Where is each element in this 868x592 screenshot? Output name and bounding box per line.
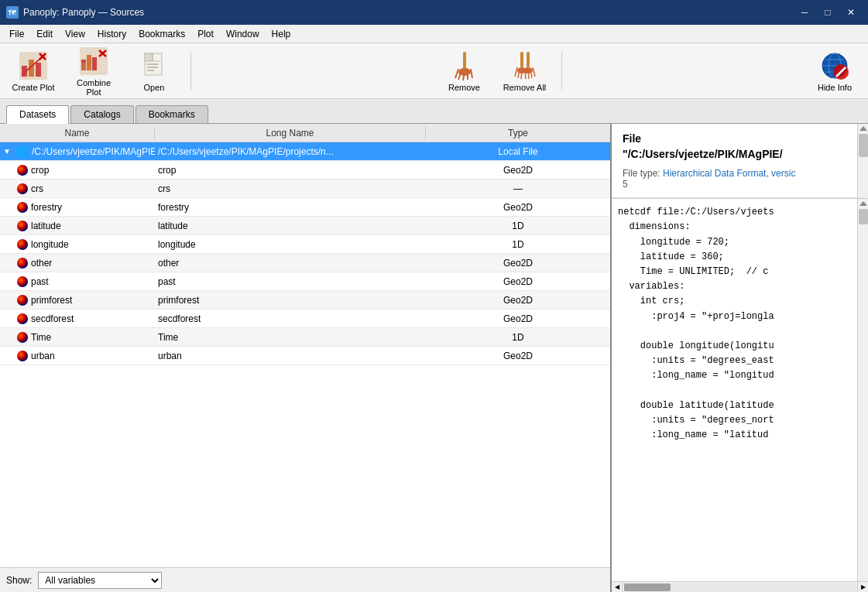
create-plot-icon: [18, 50, 49, 81]
tab-catalogs[interactable]: Catalogs: [70, 105, 133, 123]
row-longname: crs: [155, 183, 426, 194]
bottom-bar: Show: All variables Geo2D 1D Time: [0, 567, 610, 592]
col-header-name: Name: [0, 126, 155, 140]
remove-button[interactable]: Remove: [437, 46, 492, 96]
menu-edit[interactable]: Edit: [30, 27, 59, 41]
right-panel: File "/C:/Users/vjeetze/PIK/MAgPIE/ File…: [612, 124, 868, 592]
expand-icon: ▼: [3, 147, 11, 156]
hscroll-right-arrow[interactable]: ▶: [857, 582, 868, 593]
toolbar-separator-2: [561, 52, 562, 91]
table-row[interactable]: urban urban Geo2D: [0, 347, 610, 365]
create-plot-button[interactable]: Create Plot: [6, 46, 60, 96]
row-type: Geo2D: [426, 202, 610, 213]
svg-line-21: [455, 69, 458, 78]
toolbar: Create Plot Combine Plot: [0, 43, 868, 99]
scroll-thumb[interactable]: [859, 134, 868, 157]
hscroll-thumb[interactable]: [624, 583, 671, 591]
menu-history[interactable]: History: [91, 27, 132, 41]
code-scrollbar[interactable]: [857, 199, 868, 581]
scroll-up-icon[interactable]: [859, 201, 867, 206]
svg-line-33: [525, 70, 526, 79]
table-row[interactable]: past past Geo2D: [0, 272, 610, 291]
row-name: forestry: [0, 202, 155, 213]
svg-rect-3: [36, 63, 41, 77]
table-row[interactable]: primforest primforest Geo2D: [0, 291, 610, 310]
remove-all-button[interactable]: Remove All: [498, 46, 552, 96]
row-longname: past: [155, 276, 426, 287]
table-row[interactable]: forestry forestry Geo2D: [0, 198, 610, 217]
row-longname: primforest: [155, 295, 426, 306]
open-button[interactable]: Open: [127, 46, 181, 96]
row-longname-file: /C:/Users/vjeetze/PIK/MAgPIE/projects/n.…: [155, 146, 426, 157]
maximize-button[interactable]: □: [817, 5, 839, 20]
combine-plot-button[interactable]: Combine Plot: [67, 46, 121, 96]
combine-plot-icon: [78, 46, 109, 77]
row-type: Geo2D: [426, 295, 610, 306]
show-label: Show:: [6, 575, 32, 586]
svg-rect-15: [145, 53, 153, 61]
row-name: crop: [0, 165, 155, 176]
toolbar-separator-1: [190, 52, 191, 91]
svg-line-30: [515, 67, 517, 77]
table-row[interactable]: Time Time 1D: [0, 328, 610, 347]
row-name: Time: [0, 332, 155, 343]
app-icon: 🗺: [6, 6, 19, 19]
hide-info-button[interactable]: Hide Info: [808, 46, 862, 96]
row-longname: secdforest: [155, 313, 426, 324]
menu-help[interactable]: Help: [266, 27, 297, 41]
table-row[interactable]: secdforest secdforest Geo2D: [0, 310, 610, 328]
table-row[interactable]: other other Geo2D: [0, 254, 610, 272]
close-button[interactable]: ✕: [840, 5, 862, 20]
minimize-button[interactable]: ─: [794, 5, 815, 20]
folder-icon: 🌐: [15, 145, 29, 158]
globe-icon: [17, 165, 28, 176]
row-longname: longitude: [155, 239, 426, 250]
globe-icon: [17, 239, 28, 250]
svg-line-25: [471, 69, 472, 78]
menu-plot[interactable]: Plot: [191, 27, 220, 41]
svg-rect-27: [527, 52, 530, 67]
svg-line-32: [521, 70, 522, 79]
row-type-file: Local File: [426, 146, 610, 157]
remove-label: Remove: [448, 83, 480, 92]
hide-info-label: Hide Info: [818, 83, 852, 92]
svg-rect-19: [463, 52, 466, 69]
horizontal-scrollbar[interactable]: ◀ ▶: [612, 581, 868, 592]
code-content: netcdf file:/C:/Users/vjeets dimensions:…: [612, 199, 857, 581]
menu-bookmarks[interactable]: Bookmarks: [132, 27, 191, 41]
show-dropdown[interactable]: All variables Geo2D 1D Time: [38, 572, 162, 589]
row-type: 1D: [426, 332, 610, 343]
vertical-scrollbar[interactable]: [857, 124, 868, 198]
svg-rect-10: [92, 57, 97, 70]
dataset-table: ▼ 🌐 /C:/Users/vjeetze/PIK/MAgPIE/p... /C…: [0, 142, 610, 567]
code-scroll-thumb[interactable]: [859, 209, 868, 224]
col-header-type: Type: [426, 126, 610, 140]
row-name-file: ▼ 🌐 /C:/Users/vjeetze/PIK/MAgPIE/p...: [0, 145, 155, 158]
col-header-longname: Long Name: [155, 126, 426, 140]
scroll-up-arrow[interactable]: [859, 126, 867, 131]
file-version: 5: [623, 179, 846, 190]
row-type: —: [426, 183, 610, 194]
tabs-bar: Datasets Catalogs Bookmarks: [0, 99, 868, 124]
globe-icon: [17, 351, 28, 361]
table-row[interactable]: ▼ 🌐 /C:/Users/vjeetze/PIK/MAgPIE/p... /C…: [0, 142, 610, 161]
table-row[interactable]: crop crop Geo2D: [0, 161, 610, 180]
open-icon: [139, 50, 170, 81]
table-row[interactable]: latitude latitude 1D: [0, 217, 610, 235]
hscroll-left-arrow[interactable]: ◀: [612, 582, 623, 593]
menu-file[interactable]: File: [3, 27, 30, 41]
tab-datasets[interactable]: Datasets: [6, 105, 69, 124]
table-row[interactable]: longitude longitude 1D: [0, 235, 610, 254]
globe-icon: [17, 183, 28, 194]
row-name: crs: [0, 183, 155, 194]
tab-bookmarks[interactable]: Bookmarks: [136, 105, 208, 123]
row-type: 1D: [426, 239, 610, 250]
hide-info-icon: [819, 50, 850, 81]
row-type: Geo2D: [426, 351, 610, 361]
create-plot-label: Create Plot: [12, 83, 54, 92]
table-row[interactable]: crs crs —: [0, 180, 610, 198]
left-panel: Name Long Name Type ▼ 🌐 /C:/Users/vjeetz…: [0, 124, 612, 592]
combine-plot-label: Combine Plot: [70, 78, 117, 97]
menu-view[interactable]: View: [59, 27, 91, 41]
menu-window[interactable]: Window: [220, 27, 266, 41]
